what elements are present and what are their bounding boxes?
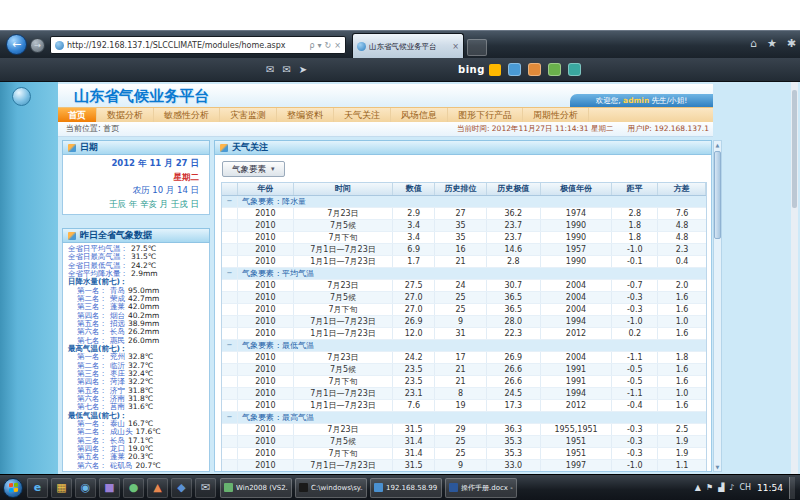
browser-scrollbar[interactable] (791, 82, 798, 474)
taskbar-clock[interactable]: 11:54 (757, 483, 783, 493)
column-header[interactable]: 极值年份 (541, 183, 613, 195)
table-row[interactable]: 20107月下旬3.43523.719901.84.8 (222, 232, 706, 244)
taskbar-window-button[interactable]: 192.168.58.99... (370, 478, 442, 498)
station-name[interactable]: 砣矶岛 (110, 462, 133, 470)
taskbar-app-blue-icon[interactable]: ◆ (171, 478, 192, 498)
table-row[interactable]: 20101月1日—7月23日1.7212.81990-0.10.4 (222, 256, 706, 268)
table-row[interactable]: 20107月23日24.21726.92004-1.11.8 (222, 352, 706, 364)
toolbar-app-green-icon[interactable] (548, 63, 561, 76)
floating-widget-button[interactable] (12, 87, 31, 106)
content-scrollbar[interactable]: ▲ ▼ (713, 140, 722, 472)
collapse-icon[interactable]: − (222, 340, 238, 351)
taskbar-ie-icon[interactable]: e (27, 478, 48, 498)
table-row[interactable]: 20101月1日—7月23日12.03122.320120.21.6 (222, 328, 706, 340)
nav-item[interactable]: 首页 (58, 108, 97, 122)
table-row[interactable]: 20107月1日—7月23日6.91614.61957-1.02.3 (222, 244, 706, 256)
forward-button[interactable]: → (30, 38, 45, 53)
table-cell: 2010 (238, 328, 294, 339)
table-row[interactable]: 20101月1日—7月23日7.61917.32012-0.41.6 (222, 400, 706, 412)
collapse-icon[interactable]: − (222, 268, 238, 279)
table-row[interactable]: 20107月5候31.42535.31951-0.31.9 (222, 436, 706, 448)
bing-logo[interactable]: bing (458, 64, 501, 76)
table-row[interactable]: 20107月下旬23.52126.61991-0.51.6 (222, 376, 706, 388)
back-button[interactable]: ← (6, 34, 27, 55)
nav-item[interactable]: 灾害监测 (220, 108, 277, 122)
column-header[interactable]: 年份 (238, 183, 294, 195)
toolbar-app-orange-icon[interactable] (528, 63, 541, 76)
table-row[interactable]: 20107月5候23.52126.61991-0.51.6 (222, 364, 706, 376)
nav-item[interactable]: 整编资料 (277, 108, 334, 122)
home-icon[interactable]: ⌂ (750, 37, 757, 50)
scroll-up-icon[interactable]: ▲ (714, 141, 721, 149)
table-row[interactable]: 20107月23日2.92736.219742.87.6 (222, 208, 706, 220)
taskbar-media-player-icon[interactable]: ◉ (75, 478, 96, 498)
table-row[interactable]: 20107月下旬27.02536.52004-0.31.6 (222, 304, 706, 316)
nav-item[interactable]: 天气关注 (334, 108, 391, 122)
nav-item[interactable]: 敏感性分析 (154, 108, 220, 122)
column-header[interactable]: 数值 (393, 183, 435, 195)
collapse-icon[interactable]: − (222, 412, 238, 423)
column-header[interactable]: 时间 (294, 183, 394, 195)
toolbar-app-blue-icon[interactable] (508, 63, 521, 76)
tray-hidden-icons-icon[interactable]: ▲ (695, 478, 701, 498)
table-row[interactable]: 20107月5候27.02536.52004-0.31.6 (222, 292, 706, 304)
toolbar-mail-icon[interactable]: ✉ (266, 64, 274, 75)
refresh-icon[interactable]: ↻ (325, 41, 332, 50)
taskbar-window-button[interactable]: 操作手册.docx -... (445, 478, 517, 498)
tray-network-icon[interactable]: ▟ (718, 478, 724, 498)
nav-item[interactable]: 周期性分析 (523, 108, 589, 122)
tab-close-icon[interactable]: × (452, 42, 459, 51)
toolbar-send-icon[interactable]: ➤ (299, 64, 307, 75)
nav-item[interactable]: 图形下行产品 (448, 108, 523, 122)
column-header[interactable]: 方差 (658, 183, 706, 195)
nav-item[interactable]: 数据分析 (97, 108, 154, 122)
table-row[interactable]: 20107月1日—7月23日26.9928.01994-1.01.0 (222, 316, 706, 328)
autocomplete-dropdown-icon[interactable]: ▾ (318, 41, 322, 50)
show-desktop-button[interactable] (789, 477, 795, 499)
column-header[interactable]: 历史极值 (487, 183, 541, 195)
table-row[interactable]: 20107月23日31.52936.31955,1951-0.32.5 (222, 424, 706, 436)
start-button[interactable] (3, 478, 23, 498)
scroll-down-icon[interactable]: ▼ (714, 463, 721, 471)
new-tab-button[interactable] (467, 39, 487, 56)
column-header[interactable]: 距平 (612, 183, 658, 195)
tray-action-center-icon[interactable]: ⚑ (706, 478, 713, 498)
table-row[interactable]: 20107月23日27.52430.72004-0.72.0 (222, 280, 706, 292)
taskbar-app-green-icon[interactable]: ● (123, 478, 144, 498)
taskbar-mail-icon[interactable]: ✉ (195, 478, 216, 498)
tray-volume-icon[interactable]: ♪ (729, 478, 734, 498)
collapse-icon[interactable]: − (222, 196, 238, 207)
main-panel-body: 气象要素 ▾ 年份时间数值历史排位历史极值极值年份距平方差−气象要素：降水量20… (214, 155, 712, 472)
stop-icon[interactable]: × (334, 41, 341, 50)
taskbar-explorer-folder-icon[interactable]: ▦ (51, 478, 72, 498)
table-row[interactable]: 20107月1日—7月23日31.5933.01997-1.01.1 (222, 460, 706, 472)
taskbar-window-button[interactable]: C:\windows\sy... (295, 478, 367, 498)
content-scrollbar-thumb[interactable] (714, 151, 721, 239)
table-cell: -0.4 (612, 400, 658, 411)
element-filter-button[interactable]: 气象要素 ▾ (222, 161, 285, 177)
table-group-row[interactable]: −气象要素：降水量 (222, 196, 706, 208)
toolbar-mail-open-icon[interactable]: ✉ (282, 64, 290, 75)
breadcrumb[interactable]: 当前位置: 首页 (66, 122, 119, 136)
table-row[interactable]: 20107月下旬31.42535.31951-0.31.9 (222, 448, 706, 460)
tools-icon[interactable]: ✱ (787, 37, 796, 50)
table-row[interactable]: 20107月1日—7月23日23.1824.51994-1.11.0 (222, 388, 706, 400)
taskbar-window-button[interactable]: Win2008 (VS2... (220, 478, 292, 498)
taskbar-app-purple-icon[interactable]: ■ (99, 478, 120, 498)
browser-scrollbar-thumb[interactable] (792, 90, 797, 208)
column-header[interactable]: 历史排位 (435, 183, 487, 195)
table-group-row[interactable]: −气象要素：最低气温 (222, 340, 706, 352)
welcome-username[interactable]: admin (623, 96, 649, 105)
tray-input-lang-icon[interactable]: CH (739, 478, 751, 498)
url-text[interactable]: http://192.168.137.1/SLCCLIMATE/modules/… (67, 41, 307, 50)
nav-item[interactable]: 风场信息 (391, 108, 448, 122)
search-icon[interactable]: ρ (310, 41, 315, 50)
toolbar-app-teal-icon[interactable] (568, 63, 581, 76)
address-bar[interactable]: http://192.168.137.1/SLCCLIMATE/modules/… (50, 36, 346, 54)
favorites-icon[interactable]: ★ (767, 37, 777, 50)
table-group-row[interactable]: −气象要素：最高气温 (222, 412, 706, 424)
table-group-row[interactable]: −气象要素：平均气温 (222, 268, 706, 280)
taskbar-app-orange-icon[interactable]: ▲ (147, 478, 168, 498)
table-row[interactable]: 20107月5候3.43523.719901.84.8 (222, 220, 706, 232)
browser-tab[interactable]: 山东省气候业务平台 × (352, 33, 464, 59)
